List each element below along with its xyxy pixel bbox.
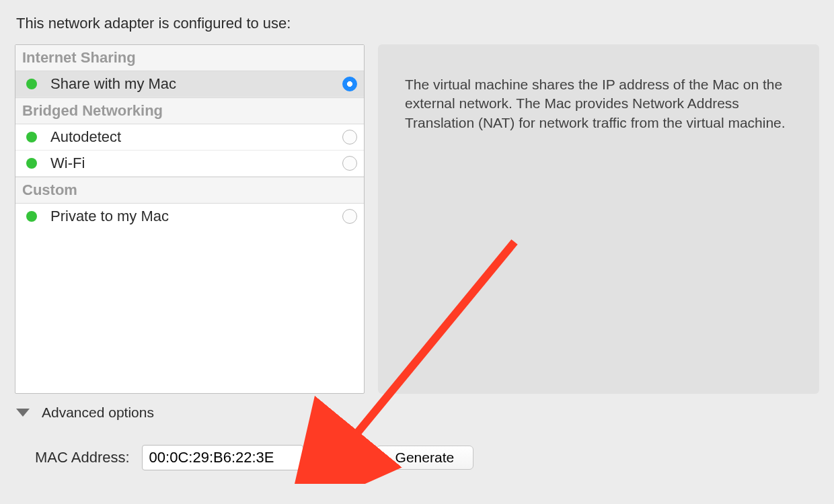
mode-description: The virtual machine shares the IP addres…: [378, 44, 819, 394]
radio-unselected-icon[interactable]: [342, 156, 357, 171]
advanced-options-toggle[interactable]: Advanced options: [16, 405, 819, 421]
option-share-with-my-mac[interactable]: Share with my Mac: [15, 71, 364, 97]
mac-address-input[interactable]: [142, 445, 303, 470]
disclosure-triangle-icon: [16, 409, 30, 417]
radio-unselected-icon[interactable]: [342, 209, 357, 224]
radio-unselected-icon[interactable]: [342, 130, 357, 144]
radio-selected-icon[interactable]: [342, 77, 357, 91]
group-header-bridged-networking: Bridged Networking: [15, 97, 364, 124]
mac-address-label: MAC Address:: [35, 449, 130, 466]
option-wifi[interactable]: Wi-Fi: [15, 151, 364, 177]
network-mode-list: Internet Sharing Share with my Mac Bridg…: [15, 44, 365, 394]
option-label: Share with my Mac: [50, 75, 342, 93]
status-dot-icon: [26, 211, 37, 222]
page-heading: This network adapter is configured to us…: [16, 15, 819, 32]
option-autodetect[interactable]: Autodetect: [15, 124, 364, 151]
group-header-custom: Custom: [15, 177, 364, 204]
option-private-to-my-mac[interactable]: Private to my Mac: [15, 204, 364, 229]
status-dot-icon: [26, 132, 37, 142]
group-header-internet-sharing: Internet Sharing: [15, 45, 364, 71]
status-dot-icon: [26, 158, 37, 169]
option-label: Wi-Fi: [50, 155, 342, 172]
option-label: Private to my Mac: [50, 208, 342, 225]
generate-button[interactable]: Generate: [376, 446, 474, 470]
status-dot-icon: [26, 79, 37, 89]
advanced-options-label: Advanced options: [42, 405, 154, 421]
option-label: Autodetect: [50, 128, 342, 146]
